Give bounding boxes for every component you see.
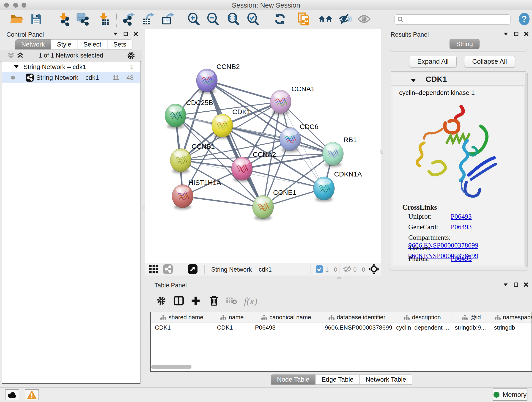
import-database-icon[interactable] (76, 12, 89, 27)
hide-glyphs-icon[interactable] (339, 13, 352, 26)
network-node-CCNE1[interactable]: CCNE1 (253, 189, 297, 220)
panel-collapse-icon[interactable] (503, 31, 509, 38)
network-node-RB1[interactable]: RB1 (322, 136, 357, 167)
network-node-CDKN1A[interactable]: CDKN1A (313, 170, 362, 202)
tab-edge-table[interactable]: Edge Table (316, 375, 360, 385)
column-header-database-identifier[interactable]: database identifier (321, 312, 393, 322)
column-header-name[interactable]: name (213, 312, 251, 322)
export-network-icon[interactable] (122, 12, 135, 27)
node-label-RB1: RB1 (343, 136, 357, 143)
network-options-gear-icon[interactable] (127, 51, 135, 61)
table-options-gear-icon[interactable] (156, 296, 166, 307)
import-network-icon[interactable] (57, 12, 70, 27)
tab-style[interactable]: Style (51, 39, 77, 50)
open-session-icon[interactable] (10, 13, 23, 26)
tab-network-table[interactable]: Network Table (360, 375, 412, 385)
string-document-icon[interactable] (298, 12, 310, 27)
crosslink-link[interactable]: P06493 (451, 223, 472, 230)
grid-view-icon[interactable] (149, 265, 158, 274)
results-panel: Results Panel String Expand All Collapse… (383, 29, 532, 280)
cytoscape-window: Session: New Session ? Control Panel Net… (0, 0, 532, 402)
network-edge-CCNA2-CDKN1A[interactable] (242, 169, 324, 188)
panel-float-icon[interactable] (513, 282, 519, 288)
network-node-CCNA1[interactable]: CCNA1 (270, 85, 315, 115)
tab-select[interactable]: Select (77, 39, 108, 50)
cloud-button[interactable] (5, 389, 19, 400)
network-name: String Network – cdk1 (36, 72, 99, 83)
left-splitter-handle[interactable] (142, 205, 145, 210)
crosslink-link[interactable]: P06493 (451, 255, 472, 262)
network-selected-status: 1 of 1 Network selected (0, 52, 142, 59)
table-cell[interactable]: CDK1 (151, 322, 213, 332)
table-cell[interactable]: 9606.ENSP00000378699 (321, 322, 392, 332)
table-row[interactable]: CDK1CDK1P064939606.ENSP00000378699cyclin… (151, 322, 532, 332)
expand-all-button[interactable]: Expand All (409, 56, 457, 67)
panel-close-icon[interactable] (524, 31, 529, 38)
add-column-icon[interactable] (191, 296, 201, 307)
gene-collapse-icon[interactable] (410, 77, 417, 84)
table-panel-title: Table Panel (154, 282, 187, 289)
network-collection-row[interactable]: String Network – cdk1 1 (2, 61, 140, 72)
column-header-canonical-name[interactable]: canonical name (251, 312, 321, 322)
network-canvas[interactable]: CCNB2CCNA1CDC25BCDK1CDC6RB1CCNB1CCNA2CDK… (145, 29, 381, 263)
table-horizontal-scrollbar[interactable] (151, 365, 191, 369)
network-list: String Network – cdk1 1 String Network –… (2, 61, 140, 384)
panel-collapse-icon[interactable] (113, 31, 118, 38)
tab-sets[interactable]: Sets (108, 39, 133, 50)
table-cell[interactable]: stringdb (490, 322, 532, 332)
memory-button[interactable]: Memory (493, 389, 527, 401)
column-header--id[interactable]: @id (452, 312, 491, 322)
search-input[interactable] (404, 15, 510, 24)
table-cell[interactable]: CDK1 (213, 322, 251, 332)
home-pair-icon[interactable] (318, 14, 333, 25)
zoom-fit-icon[interactable] (227, 13, 239, 26)
save-session-icon[interactable] (31, 13, 42, 26)
show-columns-icon[interactable] (173, 295, 184, 307)
help-icon[interactable]: ? (519, 12, 530, 27)
panel-collapse-icon[interactable] (503, 282, 508, 288)
splitter-grip[interactable] (337, 277, 341, 279)
column-header-description[interactable]: description (393, 312, 452, 322)
zoom-selected-icon[interactable] (247, 13, 259, 26)
panel-float-icon[interactable] (513, 31, 519, 38)
import-table-icon[interactable] (97, 12, 110, 27)
warnings-button[interactable] (25, 389, 39, 400)
panel-float-icon[interactable] (123, 31, 128, 38)
hidden-eye-slash-icon[interactable] (343, 265, 352, 274)
function-builder-icon[interactable]: f(x) (244, 296, 257, 307)
string-app-icon[interactable] (163, 264, 173, 275)
column-header-namespace[interactable]: namespace (491, 312, 532, 322)
column-header-shared-name[interactable]: shared name (151, 312, 213, 322)
zoom-out-icon[interactable] (207, 13, 219, 26)
selected-checkbox-icon[interactable] (316, 265, 323, 274)
crosslink-link[interactable]: P06493 (451, 212, 472, 220)
tab-node-table[interactable]: Node Table (271, 375, 316, 385)
refresh-layout-icon[interactable] (274, 13, 286, 26)
results-scrollbar[interactable] (525, 73, 528, 267)
export-image-icon[interactable] (162, 12, 175, 27)
gene-section-header[interactable]: CDK1 (391, 73, 526, 85)
network-node-HIST1H1A[interactable]: HIST1H1A (172, 179, 221, 210)
tab-string[interactable]: String (450, 39, 480, 49)
collection-expand-icon[interactable] (13, 62, 19, 73)
network-edge-HIST1H1A-CCNE1[interactable] (183, 196, 263, 207)
delete-row-icon[interactable] (226, 297, 237, 306)
show-glyphs-icon[interactable] (358, 15, 370, 24)
export-table-icon[interactable] (142, 12, 155, 27)
delete-column-trash-icon[interactable] (209, 295, 219, 307)
panel-close-icon[interactable] (523, 282, 529, 288)
panel-close-icon[interactable] (133, 31, 139, 38)
zoom-in-icon[interactable] (187, 13, 200, 26)
control-panel: Control Panel NetworkStyleSelectSets 1 o… (0, 29, 142, 387)
table-cell[interactable]: stringdb:9... (451, 322, 490, 332)
table-cell[interactable]: cyclin–dependent ... (392, 322, 451, 332)
tab-network[interactable]: Network (15, 39, 51, 50)
network-row[interactable]: String Network – cdk1 11 48 (2, 72, 140, 83)
open-in-new-window-icon[interactable] (188, 264, 197, 275)
table-cell[interactable]: P06493 (251, 322, 321, 332)
network-edge-CCNB2-CCNA1[interactable] (207, 80, 281, 102)
collapse-all-button[interactable]: Collapse All (464, 56, 515, 67)
table-panel: Table Panel f(x) shared namenamecanonica… (145, 280, 532, 387)
search-box[interactable] (394, 14, 510, 25)
fit-crosshair-icon[interactable] (368, 264, 380, 275)
